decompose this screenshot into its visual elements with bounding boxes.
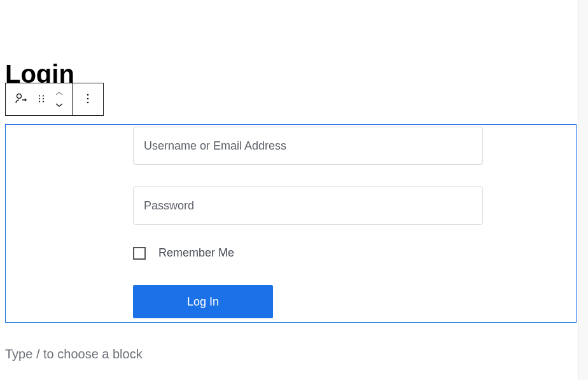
block-type-button[interactable] [10, 88, 32, 111]
svg-point-0 [17, 94, 22, 98]
more-vertical-icon [80, 91, 95, 108]
remember-checkbox[interactable] [133, 247, 146, 260]
svg-point-1 [39, 95, 40, 96]
svg-point-8 [87, 97, 89, 99]
svg-point-6 [43, 101, 44, 102]
vertical-scrollbar[interactable] [578, 0, 588, 380]
login-button[interactable]: Log In [133, 285, 273, 318]
drag-handle-button[interactable] [32, 88, 50, 111]
move-up-button[interactable] [50, 88, 68, 99]
login-block-selected[interactable]: Remember Me Log In [5, 124, 577, 323]
block-options-button[interactable] [76, 88, 99, 111]
svg-point-5 [39, 101, 40, 102]
toolbar-group-options [72, 83, 103, 115]
drag-handle-icon [36, 93, 47, 106]
svg-point-3 [39, 97, 40, 99]
move-down-button[interactable] [50, 99, 68, 111]
remember-label: Remember Me [158, 246, 234, 260]
chevron-up-icon [54, 89, 64, 99]
svg-point-9 [87, 101, 89, 103]
block-appender[interactable]: Type / to choose a block [5, 347, 143, 362]
svg-point-7 [87, 94, 89, 95]
svg-point-4 [43, 97, 44, 99]
username-field[interactable] [133, 127, 483, 165]
block-toolbar [5, 83, 104, 116]
svg-point-2 [43, 95, 44, 96]
block-movers [50, 88, 68, 111]
login-out-icon [13, 91, 29, 108]
chevron-down-icon [54, 101, 64, 110]
remember-row: Remember Me [133, 246, 483, 260]
toolbar-group-block [6, 83, 72, 115]
password-field[interactable] [133, 186, 483, 225]
login-form: Remember Me Log In [133, 127, 483, 318]
